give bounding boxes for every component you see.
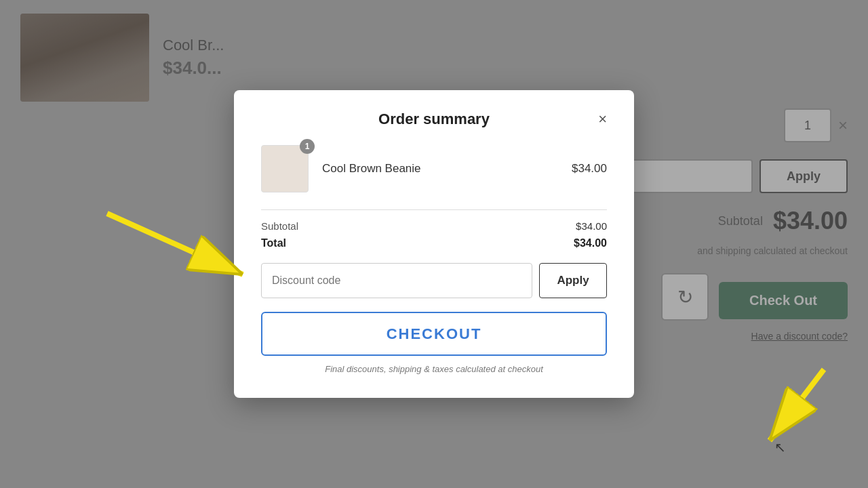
modal-totals: Subtotal $34.00 Total $34.00 bbox=[261, 220, 607, 249]
modal-product-row: 1 Cool Brown Beanie $34.00 bbox=[261, 145, 607, 192]
modal-apply-button[interactable]: Apply bbox=[539, 263, 607, 298]
modal-checkout-button[interactable]: CHECKOUT bbox=[261, 312, 607, 356]
modal-product-name: Cool Brown Beanie bbox=[322, 162, 558, 176]
modal-header: Order summary × bbox=[261, 110, 607, 128]
modal-product-price: $34.00 bbox=[572, 162, 607, 176]
modal-title: Order summary bbox=[378, 110, 490, 128]
modal-discount-row: Apply bbox=[261, 263, 607, 298]
modal-total-label: Total bbox=[261, 237, 286, 249]
modal-footer-note: Final discounts, shipping & taxes calcul… bbox=[261, 364, 607, 374]
modal-divider bbox=[261, 209, 607, 210]
modal-product-qty-badge: 1 bbox=[300, 139, 315, 154]
modal-total-value: $34.00 bbox=[574, 237, 607, 249]
order-summary-modal: Order summary × 1 Cool Brown Beanie $34.… bbox=[234, 90, 634, 398]
modal-subtotal-value: $34.00 bbox=[576, 220, 607, 232]
modal-discount-input[interactable] bbox=[261, 263, 532, 298]
modal-subtotal-row: Subtotal $34.00 bbox=[261, 220, 607, 232]
modal-subtotal-label: Subtotal bbox=[261, 220, 298, 232]
modal-product-thumbnail: 1 bbox=[261, 145, 309, 192]
modal-close-button[interactable]: × bbox=[598, 112, 607, 127]
modal-total-row: Total $34.00 bbox=[261, 237, 607, 249]
